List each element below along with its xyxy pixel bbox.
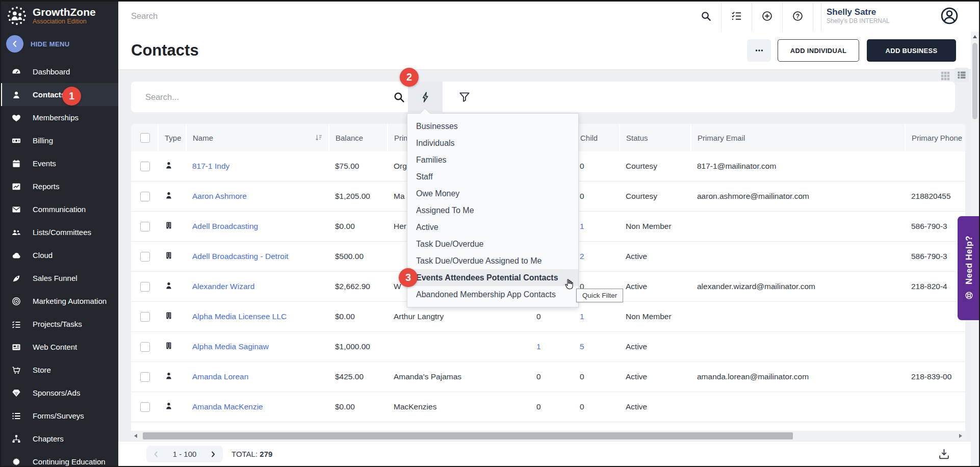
download-icon[interactable] (938, 448, 950, 460)
contact-name-link[interactable]: Alexander Wizard (192, 282, 254, 291)
grid-view-icon[interactable] (940, 70, 951, 82)
contact-name-link[interactable]: 817-1 Indy (192, 162, 229, 170)
tasks-button[interactable] (721, 0, 752, 32)
col-status[interactable]: Status (620, 124, 691, 151)
contact-name-link[interactable]: Adell Broadcasting (192, 222, 258, 230)
row-checkbox[interactable] (140, 312, 150, 322)
child-cell: 5 (580, 342, 584, 351)
contact-name-link[interactable]: Aaron Ashmore (192, 192, 247, 200)
primary-contact-cell: MacKenzies (388, 392, 530, 422)
col-primary-email[interactable]: Primary Email (691, 124, 905, 151)
col-child[interactable]: Child (574, 124, 620, 151)
need-help-tab[interactable]: Need Help? (958, 216, 980, 320)
search-icon[interactable] (393, 91, 405, 103)
contact-name-link[interactable]: Alpha Media Licensee LLC (192, 312, 287, 321)
scroll-left-arrow-icon[interactable] (134, 434, 137, 438)
balance-cell: $1,000.00 (329, 332, 388, 362)
avatar-icon (940, 6, 959, 25)
contacts-search-input[interactable]: Search... (145, 82, 375, 112)
user-menu[interactable]: Shelly Satre Shelly's DB INTERNAL (821, 0, 980, 32)
col-type[interactable]: Type (158, 124, 186, 151)
hide-menu-button[interactable]: HIDE MENU (6, 35, 118, 53)
sidebar-item[interactable]: Forms/Surveys (0, 404, 118, 427)
row-checkbox[interactable] (140, 222, 150, 231)
contact-name-link[interactable]: Amanda Lorean (192, 372, 248, 381)
quick-filter-menu-item[interactable]: Individuals (407, 135, 578, 151)
topbar: Search ? Shelly Satre Shelly's DB INTERN… (118, 0, 980, 32)
sidebar-item[interactable]: Marketing Automation (0, 290, 118, 313)
quick-filter-menu-item[interactable]: Staff (407, 168, 578, 185)
filter-bar: Search... (131, 82, 955, 112)
person-icon (164, 191, 173, 200)
sidebar-item[interactable]: Sponsors/Ads (0, 381, 118, 404)
sidebar-item[interactable]: Chapters (0, 427, 118, 450)
quick-add-button[interactable] (752, 0, 783, 32)
scroll-right-arrow-icon[interactable] (959, 434, 962, 438)
vertical-scrollbar-thumb[interactable] (972, 43, 977, 119)
sidebar-item[interactable]: Projects/Tasks (0, 313, 118, 335)
more-options-button[interactable] (747, 39, 771, 62)
col-primary-phone[interactable]: Primary Phone (905, 124, 965, 151)
phone-cell: 586-790-3 (905, 212, 965, 242)
row-checkbox[interactable] (140, 252, 150, 262)
quick-filter-menu-item[interactable]: Active (407, 219, 578, 236)
list-view-button[interactable] (955, 68, 969, 82)
select-all-checkbox[interactable] (140, 133, 150, 143)
quick-filter-menu-item[interactable]: Families (407, 151, 578, 168)
sidebar-item[interactable]: Events (0, 152, 118, 175)
chart-icon (11, 181, 21, 192)
quick-filter-menu-item[interactable]: Assigned To Me (407, 202, 578, 219)
sidebar-item[interactable]: Lists/Committees (0, 221, 118, 244)
contact-name-link[interactable]: Amanda MacKenzie (192, 402, 263, 411)
contact-name-link[interactable]: Adell Broadcasting - Detroit (192, 252, 289, 261)
advanced-filter-button[interactable] (449, 82, 480, 112)
row-checkbox[interactable] (140, 282, 150, 292)
quick-filter-menu-item[interactable]: Abandoned Membership App Contacts (407, 286, 578, 303)
scroll-up-arrow-icon[interactable] (973, 35, 977, 38)
horizontal-scrollbar-thumb[interactable] (143, 432, 793, 439)
global-search-button[interactable] (691, 0, 721, 32)
quick-filter-button[interactable] (408, 82, 443, 112)
hide-menu-circle (6, 35, 23, 53)
row-checkbox[interactable] (140, 342, 150, 352)
sidebar-item[interactable]: Memberships (0, 106, 118, 129)
balance-cell: $0.00 (329, 392, 388, 422)
row-checkbox[interactable] (140, 162, 150, 171)
sidebar-item[interactable]: Reports (0, 175, 118, 198)
sidebar-item[interactable]: Web Content (0, 335, 118, 358)
ellipsis-icon (754, 45, 764, 56)
row-checkbox[interactable] (140, 402, 150, 412)
prev-page-icon[interactable] (151, 450, 161, 459)
add-individual-button[interactable]: ADD INDIVIDUAL (778, 39, 859, 62)
quick-filter-menu-item[interactable]: Businesses (407, 118, 578, 135)
next-page-icon[interactable] (209, 450, 218, 459)
sidebar-item[interactable]: Dashboard (0, 60, 118, 83)
global-search-input[interactable]: Search (131, 0, 488, 32)
quick-filter-menu-item[interactable]: Task Due/Overdue Assigned to Me (407, 252, 578, 269)
sidebar-item[interactable]: Store (0, 358, 118, 381)
col-name[interactable]: Name (186, 124, 329, 151)
row-checkbox[interactable] (140, 192, 150, 201)
add-business-button[interactable]: ADD BUSINESS (867, 39, 956, 62)
sidebar-item[interactable]: Contacts (0, 83, 118, 106)
sidebar-item[interactable]: Sales Funnel (0, 267, 118, 290)
phone-cell (905, 151, 965, 181)
sidebar-item[interactable]: Communication (0, 198, 118, 221)
select-all-header (131, 124, 158, 151)
quick-filter-menu-item[interactable]: Owe Money (407, 185, 578, 202)
user-icon (11, 90, 21, 100)
person-icon (164, 401, 173, 410)
help-button[interactable]: ? (783, 0, 813, 32)
sidebar-item[interactable]: Continuing Education (0, 450, 118, 467)
sort-icon[interactable] (314, 133, 323, 142)
col-balance[interactable]: Balance (329, 124, 388, 151)
quick-filter-menu-item[interactable]: Task Due/Overdue (407, 236, 578, 252)
sidebar-item[interactable]: Cloud (0, 244, 118, 267)
horizontal-scrollbar[interactable] (131, 431, 965, 441)
contact-name-link[interactable]: Alpha Media Saginaw (192, 342, 269, 351)
sidebar-item[interactable]: Billing (0, 129, 118, 152)
row-checkbox[interactable] (140, 372, 150, 382)
quick-filter-menu-item[interactable]: Events Attendees Potential Contacts (407, 269, 578, 286)
email-cell (691, 242, 905, 272)
tasks-icon (11, 319, 21, 329)
